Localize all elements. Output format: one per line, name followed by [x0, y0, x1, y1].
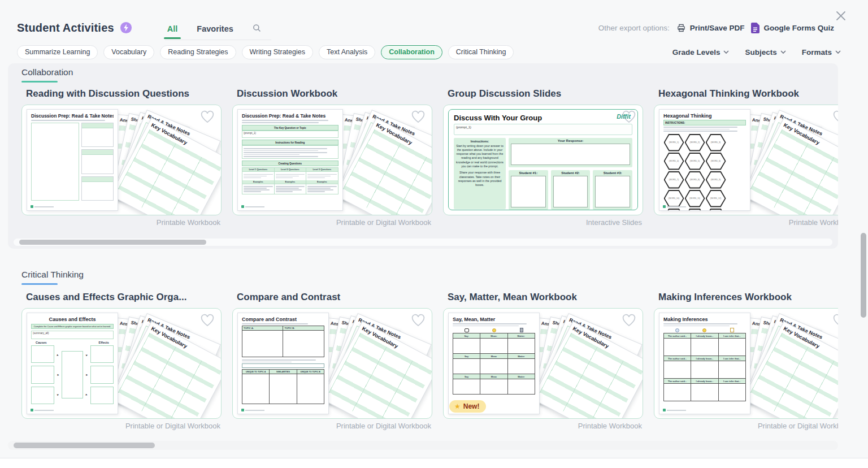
activity-card-compare-and-contrast[interactable]: Compare and Contrast TOPIC A: TOPIC B: U: [232, 308, 432, 419]
lightning-icon: [120, 21, 132, 34]
format-caption: Printable or Digital Workbook: [232, 422, 432, 430]
filter-chip-summarize-learning[interactable]: Summarize Learning: [17, 45, 98, 59]
graphic-organizer: ➤➤➤ ➤➤➤: [31, 345, 114, 404]
favorite-heart-icon[interactable]: [622, 314, 636, 330]
card-title: Discussion Workbook: [237, 88, 432, 101]
vertical-scrollbar-thumb[interactable]: [861, 233, 866, 318]
activity-block: Hexagonal Thinking Workbook Hexagonal Th…: [654, 88, 838, 227]
note-icon: [730, 328, 734, 332]
filter-chip-reading-strategies[interactable]: Reading Strategies: [160, 45, 236, 59]
horizontal-scrollbar: [8, 441, 838, 450]
tab-all[interactable]: All: [167, 24, 178, 33]
worksheet-preview: Compare and Contrast TOPIC A: TOPIC B: U: [237, 313, 329, 414]
format-caption: Printable Workbook: [443, 422, 643, 430]
chevron-down-icon: [780, 50, 786, 54]
activity-card-making-inferences[interactable]: Making Inferences The author said... I a…: [654, 308, 838, 419]
lightbulb-icon: [702, 328, 706, 332]
section-collaboration: Collaboration Reading with Discussion Qu…: [8, 63, 838, 249]
slide-preview: Discuss With Your Group Diffit (prompt_1…: [448, 109, 638, 210]
subjects-dropdown[interactable]: Subjects: [745, 48, 785, 57]
activity-block: Making Inferences Workbook Making Infere…: [654, 292, 838, 430]
google-forms-quiz-button[interactable]: Google Forms Quiz: [751, 23, 834, 33]
format-caption: Printable or Digital Workbook: [232, 218, 432, 227]
made-with-badge: [663, 409, 686, 411]
card-title: Hexagonal Thinking Workbook: [658, 88, 838, 101]
filter-bar: Summarize Learning Vocabulary Reading St…: [17, 45, 841, 59]
card-title: Reading with Discussion Questions: [26, 88, 222, 101]
horizontal-scrollbar-thumb[interactable]: [14, 443, 155, 448]
activity-block: Causes and Effects Graphic Orga... Cause…: [21, 292, 222, 430]
activity-card-reading-with-discussion-questions[interactable]: Discussion Prep: Read & Take Notes Answe: [21, 105, 222, 215]
format-caption: Printable Workbook: [654, 218, 838, 227]
format-caption: Printable or Digital Workbook: [21, 422, 222, 430]
favorite-heart-icon[interactable]: [200, 314, 215, 330]
favorite-heart-icon[interactable]: [411, 314, 426, 330]
chevron-down-icon: [723, 50, 729, 54]
favorite-heart-icon[interactable]: [200, 110, 215, 126]
worksheet-preview: Causes and Effects Complete the Cause an…: [27, 313, 118, 414]
section-critical-thinking: Critical Thinking Causes and Effects Gra…: [8, 265, 838, 434]
worksheet-preview: Making Inferences The author said... I a…: [659, 313, 750, 414]
section-underline: [21, 283, 58, 285]
favorite-heart-icon[interactable]: [411, 110, 426, 126]
student-1-panel: Student #1:: [509, 170, 548, 210]
footer-strip: [0, 458, 868, 468]
activity-block: Discussion Workbook Discussion Prep: Rea…: [232, 88, 432, 227]
worksheet-stack: Answe Short A Refle Read & Take Notes Ke…: [746, 109, 838, 215]
horizontal-scrollbar-thumb[interactable]: [19, 240, 206, 245]
made-with-badge: [31, 205, 54, 208]
page-title: Student Activities: [17, 21, 114, 34]
made-with-badge: [241, 409, 264, 411]
category-chips: Summarize Learning Vocabulary Reading St…: [17, 45, 514, 59]
card-title: Compare and Contrast: [237, 292, 432, 304]
hexagon-grid: (WORD_1) (WORD_2) (WORD_3) (WORD_4) (WOR…: [663, 133, 746, 211]
horizontal-scrollbar: [14, 239, 832, 246]
speech-bubble-icon: [465, 328, 469, 332]
close-icon[interactable]: [835, 10, 847, 21]
made-with-badge: [241, 205, 264, 208]
print-save-pdf-button[interactable]: Print/Save PDF: [676, 23, 745, 33]
cards-row: Causes and Effects Graphic Orga... Cause…: [21, 292, 838, 430]
new-badge: ★ New!: [449, 400, 486, 413]
activity-card-discussion-workbook[interactable]: Discussion Prep: Read & Take Notes The K…: [232, 105, 432, 215]
worksheet-stack: Answe Short A Refle Read & Take Notes Ke…: [746, 312, 838, 419]
google-forms-icon: [751, 23, 760, 33]
worksheet-preview: Hexagonal Thinking INSTRUCTIONS: (WORD_1…: [659, 109, 750, 211]
student-2-panel: Student #2:: [551, 170, 591, 210]
your-response-panel: Your Response:: [509, 138, 632, 167]
activity-block: Say, Matter, Mean Workbook Say, Mean, Ma…: [443, 292, 643, 430]
filter-chip-vocabulary[interactable]: Vocabulary: [103, 45, 154, 59]
header: Student Activities All Favorites Other e…: [17, 19, 834, 37]
tab-bar: All Favorites: [165, 21, 271, 40]
activity-card-group-discussion-slides[interactable]: Discuss With Your Group Diffit (prompt_1…: [443, 105, 643, 215]
made-with-badge: [31, 409, 54, 411]
filter-chip-writing-strategies[interactable]: Writing Strategies: [242, 45, 313, 59]
magnifier-icon: [675, 328, 679, 332]
activity-card-causes-and-effects[interactable]: Causes and Effects Complete the Cause an…: [21, 308, 222, 419]
section-underline: [21, 81, 58, 83]
favorite-heart-icon[interactable]: [832, 110, 838, 126]
cards-row: Reading with Discussion Questions Discus…: [21, 88, 838, 227]
card-title: Group Discussion Slides: [448, 88, 643, 101]
worksheet-preview: Discussion Prep: Read & Take Notes: [27, 109, 118, 211]
lightbulb-icon: [492, 328, 496, 332]
slide-instructions: Instructions: Start by writing down your…: [454, 138, 506, 209]
filter-chip-critical-thinking[interactable]: Critical Thinking: [448, 45, 514, 59]
clipboard-icon: [520, 328, 523, 332]
activity-block: Reading with Discussion Questions Discus…: [21, 88, 222, 227]
section-label: Collaboration: [21, 67, 73, 77]
filter-chip-collaboration[interactable]: Collaboration: [381, 45, 442, 59]
search-icon[interactable]: [253, 24, 261, 34]
format-caption: Printable or Digital Workbook: [654, 422, 838, 430]
card-title: Say, Matter, Mean Workbook: [448, 292, 643, 304]
activity-card-hexagonal-thinking-workbook[interactable]: Hexagonal Thinking INSTRUCTIONS: (WORD_1…: [654, 105, 838, 215]
grade-levels-dropdown[interactable]: Grade Levels: [672, 48, 730, 57]
favorite-heart-icon[interactable]: [832, 314, 838, 330]
tab-favorites[interactable]: Favorites: [197, 24, 233, 33]
diffit-logo: Diffit: [617, 113, 631, 120]
format-caption: Interactive Slides: [443, 218, 643, 227]
formats-dropdown[interactable]: Formats: [802, 48, 841, 57]
format-caption: Printable Workbook: [21, 218, 222, 227]
filter-chip-text-analysis[interactable]: Text Analysis: [319, 45, 375, 59]
activity-card-say-matter-mean[interactable]: Say, Mean, Matter Say: Mean: Matter:: [443, 308, 643, 419]
